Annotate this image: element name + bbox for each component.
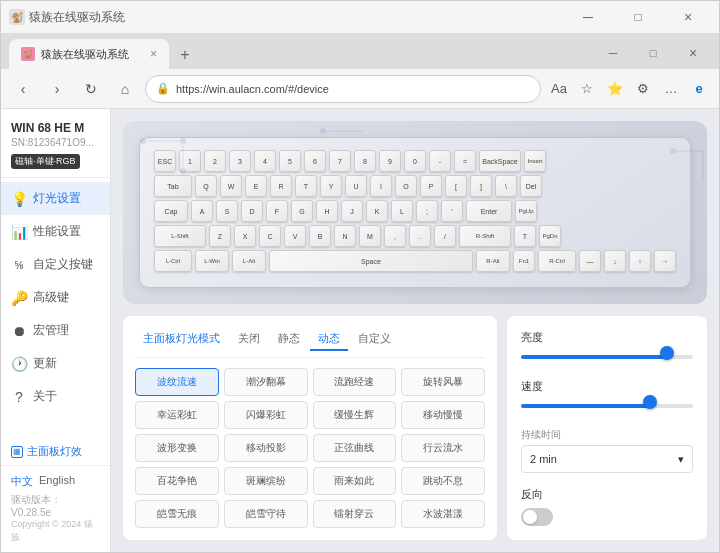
tab-close[interactable]: 关闭: [230, 328, 268, 351]
mode-btn-8[interactable]: 波形变换: [135, 434, 219, 462]
key-backslash[interactable]: \: [495, 175, 517, 197]
key-lbracket[interactable]: [: [445, 175, 467, 197]
key-u[interactable]: U: [345, 175, 367, 197]
collections-button[interactable]: ⭐: [603, 77, 627, 101]
key-h[interactable]: H: [316, 200, 338, 222]
key-lctrl[interactable]: L-Ctrl: [154, 250, 192, 272]
key-d[interactable]: D: [241, 200, 263, 222]
key-lshift[interactable]: L-Shift: [154, 225, 206, 247]
key-tab[interactable]: Tab: [154, 175, 192, 197]
key-y[interactable]: Y: [320, 175, 342, 197]
key-n[interactable]: N: [334, 225, 356, 247]
back-button[interactable]: ‹: [9, 75, 37, 103]
x-btn[interactable]: ×: [675, 41, 711, 65]
sidebar-item-performance[interactable]: 📊 性能设置: [1, 215, 110, 248]
key-insert[interactable]: Insert: [524, 150, 546, 172]
brightness-slider[interactable]: [521, 351, 693, 365]
key-g[interactable]: G: [291, 200, 313, 222]
mode-btn-4[interactable]: 幸运彩虹: [135, 401, 219, 429]
mode-btn-18[interactable]: 镭射穿云: [313, 500, 397, 528]
mode-btn-2[interactable]: 流跑经速: [313, 368, 397, 396]
lang-en-button[interactable]: English: [39, 474, 75, 489]
key-v[interactable]: V: [284, 225, 306, 247]
tab-custom[interactable]: 自定义: [350, 328, 399, 351]
sidebar-item-advanced[interactable]: 🔑 高级键: [1, 281, 110, 314]
key-8[interactable]: 8: [354, 150, 376, 172]
settings-button[interactable]: ⚙: [631, 77, 655, 101]
key-a[interactable]: A: [191, 200, 213, 222]
address-bar[interactable]: 🔒 https://win.aulacn.com/#/device: [145, 75, 541, 103]
mode-btn-9[interactable]: 移动投影: [224, 434, 308, 462]
forward-button[interactable]: ›: [43, 75, 71, 103]
key-fn1[interactable]: Fn1: [513, 250, 535, 272]
key-cap[interactable]: Cap: [154, 200, 188, 222]
mode-btn-6[interactable]: 缓慢生辉: [313, 401, 397, 429]
key-del[interactable]: Del: [520, 175, 542, 197]
sidebar-item-updates[interactable]: 🕐 更新: [1, 347, 110, 380]
lang-cn-button[interactable]: 中文: [11, 474, 33, 489]
key-i[interactable]: I: [370, 175, 392, 197]
new-tab-button[interactable]: +: [171, 41, 199, 69]
tab-static[interactable]: 静态: [270, 328, 308, 351]
mode-btn-14[interactable]: 雨来如此: [313, 467, 397, 495]
tab-dynamic[interactable]: 动态: [310, 328, 348, 351]
key-0[interactable]: 0: [404, 150, 426, 172]
key-7[interactable]: 7: [329, 150, 351, 172]
key-ralt[interactable]: R-Alt: [476, 250, 510, 272]
key-comma[interactable]: ,: [384, 225, 406, 247]
key-t[interactable]: T: [295, 175, 317, 197]
mode-btn-11[interactable]: 行云流水: [401, 434, 485, 462]
key-minus[interactable]: -: [429, 150, 451, 172]
key-pgdn[interactable]: PgDn: [539, 225, 561, 247]
key-down[interactable]: ↓: [604, 250, 626, 272]
key-esc[interactable]: ESC: [154, 150, 176, 172]
key-up[interactable]: ↑: [629, 250, 651, 272]
key-pgup[interactable]: PgUp: [515, 200, 537, 222]
key-period[interactable]: .: [409, 225, 431, 247]
key-lwin[interactable]: L-Win: [195, 250, 229, 272]
key-f[interactable]: F: [266, 200, 288, 222]
mode-btn-12[interactable]: 百花争艳: [135, 467, 219, 495]
sidebar-item-lighting[interactable]: 💡 灯光设置: [1, 182, 110, 215]
mode-btn-19[interactable]: 水波湛漾: [401, 500, 485, 528]
speed-slider[interactable]: [521, 400, 693, 414]
key-6[interactable]: 6: [304, 150, 326, 172]
key-rshift[interactable]: R-Shift: [459, 225, 511, 247]
key-1[interactable]: 1: [179, 150, 201, 172]
key-rctrl[interactable]: R-Ctrl: [538, 250, 576, 272]
key-2[interactable]: 2: [204, 150, 226, 172]
key-space[interactable]: Space: [269, 250, 473, 272]
key-rbracket[interactable]: ]: [470, 175, 492, 197]
key-right[interactable]: →: [654, 250, 676, 272]
mode-btn-0[interactable]: 波纹流速: [135, 368, 219, 396]
key-e[interactable]: E: [245, 175, 267, 197]
key-o[interactable]: O: [395, 175, 417, 197]
key-semicolon[interactable]: ;: [416, 200, 438, 222]
key-equals[interactable]: =: [454, 150, 476, 172]
tab-main-board[interactable]: 主面板灯光模式: [135, 328, 228, 351]
read-mode-button[interactable]: Aa: [547, 77, 571, 101]
key-5[interactable]: 5: [279, 150, 301, 172]
direction-toggle[interactable]: [521, 508, 553, 526]
mode-btn-10[interactable]: 正弦曲线: [313, 434, 397, 462]
key-j[interactable]: J: [341, 200, 363, 222]
key-p[interactable]: P: [420, 175, 442, 197]
browser-tab[interactable]: 🐒 猿族在线驱动系统 ×: [9, 39, 169, 69]
key-slash[interactable]: /: [434, 225, 456, 247]
mode-btn-13[interactable]: 斑斓缤纷: [224, 467, 308, 495]
minimize-button[interactable]: ─: [565, 3, 611, 31]
key-q[interactable]: Q: [195, 175, 217, 197]
duration-select[interactable]: 2 min ▾: [521, 445, 693, 473]
home-button[interactable]: ⌂: [111, 75, 139, 103]
refresh-button[interactable]: ↻: [77, 75, 105, 103]
mode-btn-17[interactable]: 皑雪守待: [224, 500, 308, 528]
min-btn[interactable]: ─: [595, 41, 631, 65]
mode-btn-1[interactable]: 潮汐翻幕: [224, 368, 308, 396]
key-9[interactable]: 9: [379, 150, 401, 172]
key-c[interactable]: C: [259, 225, 281, 247]
mode-btn-3[interactable]: 旋转风暴: [401, 368, 485, 396]
key-k[interactable]: K: [366, 200, 388, 222]
tab-close-icon[interactable]: ×: [150, 47, 157, 61]
mode-btn-16[interactable]: 皑雪无痕: [135, 500, 219, 528]
key-x[interactable]: X: [234, 225, 256, 247]
